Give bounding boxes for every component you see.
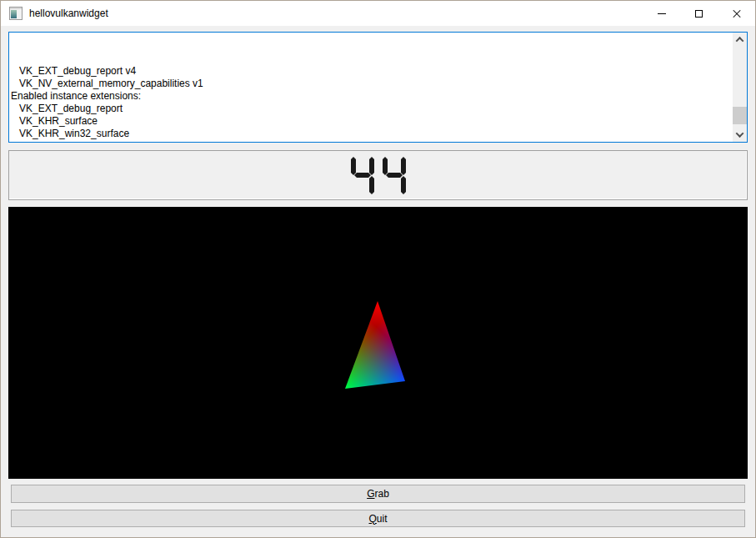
- scroll-down-button[interactable]: [733, 128, 747, 142]
- rgb-triangle: [8, 207, 748, 479]
- grab-label: rab: [375, 488, 389, 500]
- titlebar[interactable]: hellovulkanwidget: [1, 1, 755, 26]
- grab-label-mnemonic: G: [367, 488, 374, 500]
- scrollbar-thumb[interactable]: [733, 107, 747, 124]
- close-button[interactable]: [718, 1, 755, 26]
- lcd-digits: [350, 153, 407, 197]
- maximize-icon: [695, 10, 703, 18]
- log-line: Color format: 44: [11, 140, 731, 142]
- maximize-button[interactable]: [680, 1, 718, 26]
- log-line: Enabled instance extensions:: [11, 90, 731, 103]
- app-icon: [9, 7, 23, 20]
- vulkan-info-textedit[interactable]: VK_EXT_debug_report v4 VK_NV_external_me…: [8, 32, 748, 143]
- scrollbar-track[interactable]: [733, 47, 747, 128]
- window-controls: [643, 1, 755, 26]
- vulkan-render-area: [8, 207, 748, 479]
- vertical-scrollbar[interactable]: [733, 33, 747, 142]
- log-line: VK_EXT_debug_report: [11, 103, 731, 115]
- client-area: VK_EXT_debug_report v4 VK_NV_external_me…: [1, 26, 755, 537]
- chevron-up-icon: [736, 37, 744, 45]
- app-window: hellovulkanwidget VK_EXT_debug_report v4…: [0, 0, 756, 538]
- log-line: VK_KHR_surface: [11, 115, 731, 128]
- minimize-button[interactable]: [643, 1, 680, 26]
- quit-button[interactable]: Quit: [11, 510, 745, 527]
- close-icon: [732, 8, 742, 18]
- scroll-up-button[interactable]: [733, 33, 747, 47]
- quit-label-mnemonic: Q: [368, 513, 376, 525]
- quit-label: uit: [377, 513, 388, 525]
- chevron-down-icon: [736, 129, 744, 138]
- log-line: VK_EXT_debug_report v4: [11, 65, 731, 78]
- log-line: VK_KHR_win32_surface: [11, 128, 731, 140]
- log-line: VK_NV_external_memory_capabilities v1: [11, 78, 731, 90]
- log-lines: VK_EXT_debug_report v4 VK_NV_external_me…: [9, 32, 733, 142]
- minimize-icon: [658, 13, 666, 14]
- grab-button[interactable]: Grab: [11, 485, 745, 503]
- lcd-number-display: [8, 150, 748, 200]
- window-title: hellovulkanwidget: [29, 8, 108, 19]
